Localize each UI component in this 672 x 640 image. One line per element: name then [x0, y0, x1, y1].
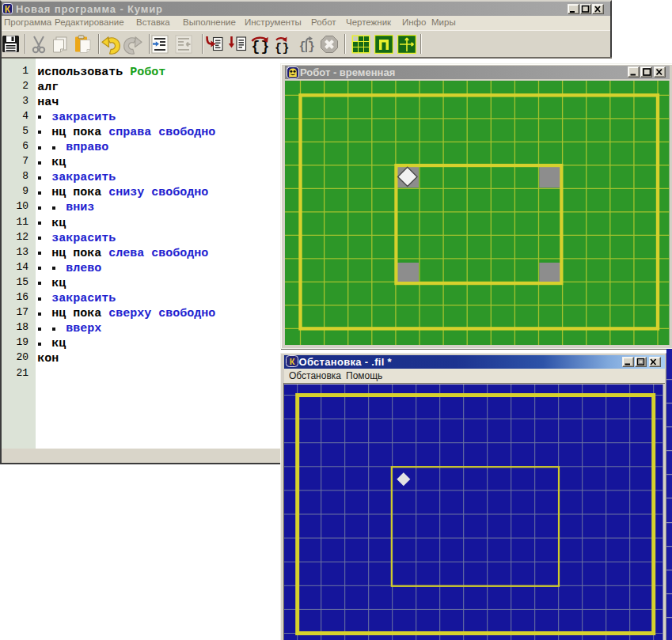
svg-text:К: К	[290, 357, 295, 366]
svg-text:}: }	[283, 42, 290, 54]
svg-text:}: }	[308, 40, 315, 54]
svg-text:{: {	[275, 42, 282, 54]
svg-text:{: {	[299, 40, 306, 54]
